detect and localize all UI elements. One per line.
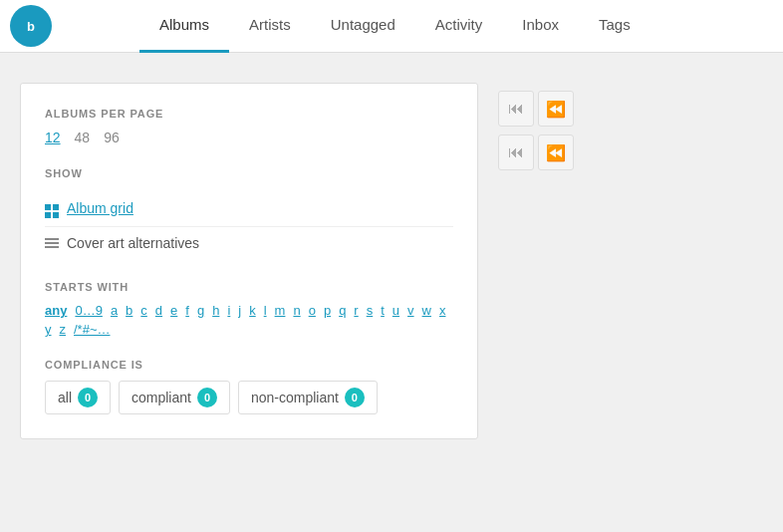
starts-with-label: STARTS WITH xyxy=(45,281,453,293)
compliance-noncompliant-label: non-compliant xyxy=(251,390,339,405)
alpha-f[interactable]: f xyxy=(185,303,189,318)
nav-item-artists[interactable]: Artists xyxy=(229,0,311,53)
cover-art-label: Cover art alternatives xyxy=(67,235,199,251)
per-page-96[interactable]: 96 xyxy=(104,130,120,145)
alpha-g[interactable]: g xyxy=(197,303,204,318)
alpha-l[interactable]: l xyxy=(264,303,267,318)
alpha-q[interactable]: q xyxy=(339,303,346,318)
alpha-09[interactable]: 0…9 xyxy=(75,303,102,318)
alpha-a[interactable]: a xyxy=(111,303,118,318)
show-label: SHOW xyxy=(45,167,453,179)
show-album-grid[interactable]: Album grid xyxy=(45,189,453,227)
show-cover-art[interactable]: Cover art alternatives xyxy=(45,227,453,259)
alpha-n[interactable]: n xyxy=(293,303,300,318)
alpha-i[interactable]: i xyxy=(227,303,230,318)
alpha-c[interactable]: c xyxy=(140,303,147,318)
logo-area: b xyxy=(10,5,139,47)
alpha-d[interactable]: d xyxy=(155,303,162,318)
main-content: ALBUMS PER PAGE 12 48 96 SHOW Album grid xyxy=(0,53,783,469)
albums-per-page-label: ALBUMS PER PAGE xyxy=(45,108,453,120)
starts-with-section: STARTS WITH any 0…9 a b c d e f g h i j … xyxy=(45,281,453,337)
logo-icon: b xyxy=(10,5,52,47)
nav-item-untagged[interactable]: Untagged xyxy=(311,0,415,53)
nav-item-albums[interactable]: Albums xyxy=(139,0,229,53)
grid-icon xyxy=(45,197,59,218)
first-page-button-top[interactable]: ⏮ xyxy=(498,91,534,127)
header: b Albums Artists Untagged Activity Inbox… xyxy=(0,0,783,53)
alpha-t[interactable]: t xyxy=(381,303,385,318)
show-section: SHOW Album grid Cove xyxy=(45,167,453,259)
compliance-compliant-button[interactable]: compliant 0 xyxy=(119,381,230,414)
alpha-b[interactable]: b xyxy=(126,303,132,318)
compliance-all-badge: 0 xyxy=(78,388,98,407)
compliance-all-label: all xyxy=(58,390,72,405)
alpha-m[interactable]: m xyxy=(275,303,286,318)
compliance-noncompliant-badge: 0 xyxy=(345,388,365,407)
per-page-12[interactable]: 12 xyxy=(45,130,61,145)
compliance-all-button[interactable]: all 0 xyxy=(45,381,111,414)
per-page-48[interactable]: 48 xyxy=(75,130,91,145)
nav-item-inbox[interactable]: Inbox xyxy=(502,0,579,53)
pagination-row-top: ⏮ ⏪ xyxy=(498,91,574,127)
alpha-h[interactable]: h xyxy=(212,303,219,318)
album-grid-link[interactable]: Album grid xyxy=(67,200,133,216)
nav-item-activity[interactable]: Activity xyxy=(415,0,503,53)
alpha-p[interactable]: p xyxy=(324,303,331,318)
alpha-special[interactable]: /*#~… xyxy=(74,322,111,337)
alpha-e[interactable]: e xyxy=(170,303,177,318)
alpha-s[interactable]: s xyxy=(367,303,374,318)
compliance-noncompliant-button[interactable]: non-compliant 0 xyxy=(238,381,378,414)
nav-item-tags[interactable]: Tags xyxy=(579,0,651,53)
per-page-options: 12 48 96 xyxy=(45,130,453,145)
prev-page-button-top[interactable]: ⏪ xyxy=(538,91,574,127)
alpha-x[interactable]: x xyxy=(439,303,446,318)
list-icon xyxy=(45,236,59,250)
pagination-row-bottom: ⏮ ⏪ xyxy=(498,134,574,170)
alpha-options: any 0…9 a b c d e f g h i j k l m n o p … xyxy=(45,303,453,337)
alpha-y[interactable]: y xyxy=(45,322,52,337)
albums-per-page-section: ALBUMS PER PAGE 12 48 96 xyxy=(45,108,453,145)
alpha-r[interactable]: r xyxy=(354,303,358,318)
compliance-compliant-badge: 0 xyxy=(197,388,217,407)
alpha-k[interactable]: k xyxy=(249,303,256,318)
alpha-w[interactable]: w xyxy=(422,303,431,318)
compliance-compliant-label: compliant xyxy=(131,390,191,405)
alpha-u[interactable]: u xyxy=(392,303,399,318)
alpha-v[interactable]: v xyxy=(407,303,414,318)
show-options: Album grid Cover art alternatives xyxy=(45,189,453,259)
compliance-label: COMPLIANCE IS xyxy=(45,359,453,371)
compliance-section: COMPLIANCE IS all 0 compliant 0 non-comp… xyxy=(45,359,453,414)
right-panel: ⏮ ⏪ ⏮ ⏪ xyxy=(498,83,574,439)
alpha-j[interactable]: j xyxy=(238,303,241,318)
filter-panel: ALBUMS PER PAGE 12 48 96 SHOW Album grid xyxy=(20,83,478,439)
main-nav: Albums Artists Untagged Activity Inbox T… xyxy=(139,0,783,52)
first-page-button-bottom[interactable]: ⏮ xyxy=(498,134,534,170)
alpha-any[interactable]: any xyxy=(45,303,67,318)
alpha-z[interactable]: z xyxy=(60,322,67,337)
compliance-options: all 0 compliant 0 non-compliant 0 xyxy=(45,381,453,414)
alpha-o[interactable]: o xyxy=(309,303,316,318)
prev-page-button-bottom[interactable]: ⏪ xyxy=(538,134,574,170)
